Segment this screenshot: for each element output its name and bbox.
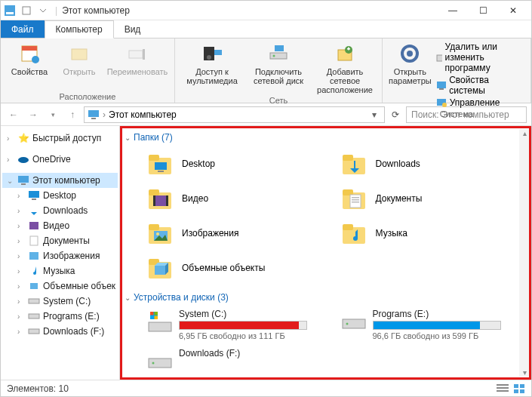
app-icon	[4, 5, 16, 17]
svg-point-20	[407, 51, 413, 57]
tree-item[interactable]: ›Programs (E:)	[13, 309, 118, 324]
svg-rect-77	[497, 384, 509, 386]
drive-icon	[341, 309, 367, 334]
uninstall-button[interactable]: Удалить или изменить программу	[436, 42, 524, 73]
qat-dropdown-icon[interactable]	[37, 5, 49, 17]
tree-item-label: Downloads (F:)	[43, 326, 104, 337]
star-icon: ⭐	[17, 132, 29, 144]
folder-label: Изображения	[182, 228, 238, 239]
media-access-button[interactable]: Доступ к мультимедиа	[181, 42, 243, 85]
folder-label: Музыка	[376, 228, 407, 239]
svg-rect-35	[30, 236, 38, 245]
svg-point-5	[32, 56, 39, 63]
tree-item[interactable]: ›Изображения	[13, 248, 118, 263]
folder-item[interactable]: Desktop	[147, 150, 326, 177]
group-network-label: Сеть	[181, 94, 376, 105]
maximize-button[interactable]: ☐	[468, 1, 498, 20]
folders-header[interactable]: ⌄Папки (7)	[125, 129, 527, 146]
svg-rect-63	[343, 224, 353, 230]
tree-item-icon	[28, 325, 40, 337]
drive-item[interactable]: Downloads (F:)	[147, 348, 326, 374]
pc-icon	[88, 109, 100, 121]
svg-rect-34	[29, 222, 38, 229]
folder-item[interactable]: Объемные объекты	[147, 254, 326, 282]
tree-quick-access[interactable]: ›⭐Быстрый доступ	[2, 131, 118, 146]
folder-item[interactable]: Музыка	[341, 220, 520, 247]
minimize-button[interactable]: ―	[438, 1, 468, 20]
svg-point-10	[207, 55, 211, 60]
drive-name-label: Programs (E:)	[373, 309, 520, 319]
content-pane[interactable]: ⌄Папки (7) DesktopDownloadsВидеоДокумент…	[120, 126, 531, 380]
back-button[interactable]: ←	[5, 106, 22, 123]
svg-rect-28	[91, 118, 96, 119]
view-tiles-icon[interactable]	[513, 383, 525, 394]
tab-file[interactable]: Файл	[1, 20, 45, 38]
tab-computer[interactable]: Компьютер	[45, 20, 114, 38]
tree-item-icon	[28, 235, 40, 247]
tree-item[interactable]: ›Видео	[13, 218, 118, 233]
map-drive-button[interactable]: Подключить сетевой диск	[248, 42, 309, 85]
svg-rect-4	[22, 46, 37, 51]
tree-item-label: Downloads	[43, 205, 88, 216]
system-props-button[interactable]: Свойства системы	[436, 75, 524, 96]
recent-dropdown[interactable]: ▾	[45, 106, 61, 123]
tree-item[interactable]: ›System (C:)	[13, 294, 118, 309]
forward-button[interactable]: →	[25, 106, 42, 123]
svg-point-61	[156, 232, 159, 235]
tab-view[interactable]: Вид	[114, 20, 152, 38]
svg-rect-44	[158, 171, 164, 172]
folder-label: Desktop	[182, 158, 215, 169]
tree-item[interactable]: ›Музыка	[13, 263, 118, 279]
address-dropdown-icon[interactable]: ▾	[367, 109, 381, 120]
folder-item[interactable]: Видео	[147, 185, 326, 212]
scrollbar[interactable]: ▴▾	[519, 129, 530, 377]
tree-item[interactable]: ›Downloads	[13, 203, 118, 218]
up-button[interactable]: ↑	[64, 106, 81, 123]
address-box[interactable]: › Этот компьютер ▾	[84, 106, 385, 123]
tree-onedrive[interactable]: ›OneDrive	[2, 152, 118, 167]
svg-rect-36	[29, 252, 38, 260]
tree-item-label: Документы	[43, 235, 90, 246]
tree-item[interactable]: ›Desktop	[13, 188, 118, 203]
folder-item[interactable]: Изображения	[147, 220, 326, 247]
view-details-icon[interactable]	[497, 383, 509, 394]
svg-rect-42	[149, 155, 159, 161]
drive-item[interactable]: Programs (E:)96,6 ГБ свободно из 599 ГБ	[341, 309, 520, 340]
title-bar: | Этот компьютер ― ☐ ✕	[1, 1, 531, 20]
drive-item[interactable]: System (C:)6,95 ГБ свободно из 111 ГБ	[147, 309, 326, 340]
svg-rect-50	[153, 195, 155, 206]
close-button[interactable]: ✕	[498, 1, 528, 20]
svg-rect-14	[275, 45, 284, 51]
tree-item-icon	[28, 310, 40, 322]
item-count: Элементов: 10	[7, 383, 69, 394]
tree-item[interactable]: ›Downloads (F:)	[13, 324, 118, 339]
svg-point-29	[18, 157, 29, 163]
qat-icon[interactable]	[20, 5, 32, 17]
open-settings-button[interactable]: Открыть параметры	[389, 42, 432, 85]
ribbon-tabs: Файл Компьютер Вид ?	[1, 20, 531, 38]
folder-item[interactable]: Downloads	[341, 150, 520, 177]
drive-free-label: 96,6 ГБ свободно из 599 ГБ	[373, 331, 520, 340]
svg-rect-81	[520, 384, 524, 388]
add-network-button[interactable]: Добавить сетевое расположение	[314, 42, 376, 94]
tree-this-pc[interactable]: ⌄Этот компьютер	[2, 173, 118, 188]
tree-item-icon	[28, 265, 40, 277]
manage-button[interactable]: Управление	[436, 97, 524, 108]
svg-rect-7	[129, 51, 143, 58]
svg-rect-32	[29, 191, 39, 198]
tree-item-icon	[28, 189, 40, 202]
address-path: Этот компьютер	[109, 109, 177, 120]
tree-item[interactable]: ›Документы	[13, 233, 118, 248]
group-location-label: Расположение	[7, 91, 168, 101]
tree-item[interactable]: ›Объемные объек	[13, 279, 118, 294]
svg-point-74	[346, 323, 348, 325]
window-title: Этот компьютер	[62, 5, 438, 16]
devices-header[interactable]: ⌄Устройства и диски (3)	[125, 289, 527, 306]
tree-item-icon	[28, 280, 40, 292]
tree-item-label: Изображения	[43, 251, 100, 261]
svg-rect-1	[6, 12, 14, 14]
svg-rect-37	[30, 283, 38, 289]
properties-button[interactable]: Свойства	[7, 42, 52, 76]
folder-item[interactable]: Документы	[341, 185, 520, 212]
folder-label: Документы	[376, 193, 423, 204]
